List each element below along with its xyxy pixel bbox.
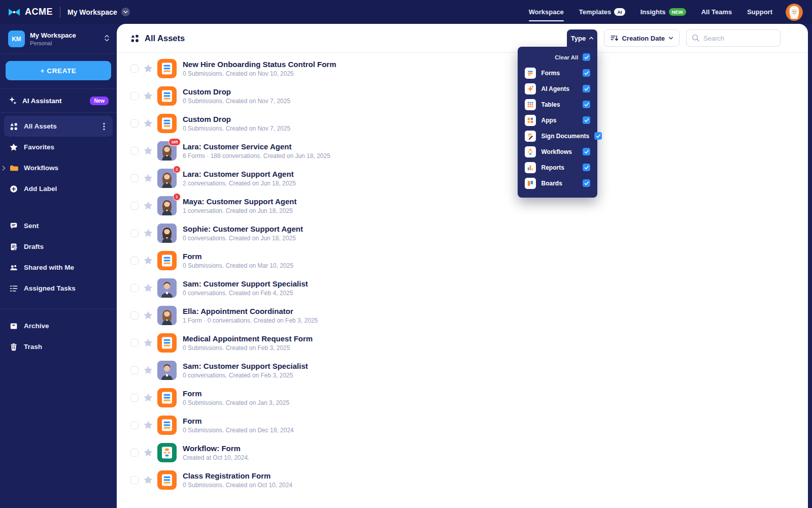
filter-option-checkbox[interactable] [583, 101, 590, 108]
favorite-star-icon[interactable] [143, 64, 153, 74]
filter-option-checkbox[interactable] [583, 164, 590, 171]
topnav-templates[interactable]: TemplatesAI [579, 0, 625, 24]
filter-option-checkbox[interactable] [583, 179, 590, 187]
favorite-star-icon[interactable] [143, 91, 153, 101]
row-checkbox[interactable] [130, 202, 139, 210]
row-checkbox[interactable] [130, 339, 139, 347]
search-input[interactable] [686, 29, 781, 47]
row-checkbox[interactable] [130, 257, 139, 265]
topnav-support[interactable]: Support [747, 0, 772, 24]
filter-option-ai-agents[interactable]: AI Agents [518, 81, 597, 97]
filter-option-reports[interactable]: Reports [518, 160, 597, 175]
filter-option-forms[interactable]: Forms [518, 65, 597, 81]
sidebar-item-add-label[interactable]: Add Label [4, 178, 113, 199]
sort-icon [610, 34, 618, 42]
favorite-star-icon[interactable] [143, 201, 153, 211]
asset-row[interactable]: Sam: Customer Support Specialist 0 conve… [117, 357, 808, 384]
favorite-star-icon[interactable] [143, 310, 153, 321]
favorite-star-icon[interactable] [143, 228, 153, 238]
asset-row[interactable]: Form 0 Submissions. Created on Dec 19, 2… [117, 411, 808, 439]
favorite-star-icon[interactable] [143, 420, 153, 430]
brand-logo[interactable]: ACME [8, 7, 53, 17]
row-checkbox[interactable] [130, 65, 139, 73]
filter-option-workflows[interactable]: Workflows [518, 144, 597, 160]
favorite-star-icon[interactable] [143, 475, 153, 485]
asset-row[interactable]: Custom Drop 0 Submissions. Created on No… [117, 110, 808, 137]
sidebar-item-drafts[interactable]: Drafts [4, 236, 113, 257]
asset-row[interactable]: Sam: Customer Support Specialist 0 conve… [117, 274, 808, 302]
topnav-all-teams[interactable]: All Teams [701, 0, 732, 24]
asset-subtitle: 0 Submissions. Created on Feb 3, 2025 [183, 344, 313, 352]
row-checkbox[interactable] [130, 476, 139, 484]
sidebar-item-favorites[interactable]: Favorites [4, 137, 113, 157]
favorite-star-icon[interactable] [143, 448, 153, 458]
asset-row[interactable]: 2 Lara: Customer Support Agent 2 convers… [117, 165, 808, 192]
filter-option-sign-documents[interactable]: Sign Documents [518, 128, 597, 144]
row-checkbox[interactable] [130, 229, 139, 237]
favorite-star-icon[interactable] [143, 118, 153, 129]
user-avatar[interactable] [786, 4, 803, 21]
filter-option-tables[interactable]: Tables [518, 97, 597, 112]
asset-row[interactable]: Workflow: Form Created at Oct 10, 2024. [117, 439, 808, 466]
row-checkbox[interactable] [130, 92, 139, 100]
row-checkbox[interactable] [130, 449, 139, 457]
chevron-right-icon[interactable] [2, 166, 6, 171]
favorite-star-icon[interactable] [143, 338, 153, 348]
asset-row[interactable]: Sophie: Customer Support Agent 0 convers… [117, 219, 808, 247]
ai-badge: AI [614, 8, 625, 16]
sidebar-item-archive[interactable]: Archive [4, 315, 113, 336]
favorite-star-icon[interactable] [143, 283, 153, 293]
row-checkbox[interactable] [130, 394, 139, 402]
create-button[interactable]: + CREATE [6, 61, 111, 80]
favorite-star-icon[interactable] [143, 393, 153, 403]
row-checkbox[interactable] [130, 147, 139, 155]
sidebar-item-sent[interactable]: Sent [4, 215, 113, 236]
acme-logo-icon [8, 7, 20, 17]
sidebar-item-workflows[interactable]: Workflows [4, 157, 113, 178]
asset-row[interactable]: New Hire Onboarding Status Control Form … [117, 55, 808, 82]
row-checkbox[interactable] [130, 366, 139, 374]
sidebar-item-ai-assistant[interactable]: AI Assistant New [0, 88, 117, 113]
workspace-switcher[interactable]: My Workspace [67, 8, 130, 16]
asset-row[interactable]: 185 Lara: Customer Service Agent 6 Forms… [117, 137, 808, 165]
favorite-star-icon[interactable] [143, 256, 153, 266]
row-checkbox[interactable] [130, 421, 139, 429]
asset-title: Maya: Customer Support Agent [183, 197, 296, 206]
filter-option-apps[interactable]: Apps [518, 112, 597, 128]
asset-row[interactable]: Form 0 Submissions. Created on Jan 3, 20… [117, 384, 808, 411]
favorite-star-icon[interactable] [143, 173, 153, 183]
asset-row[interactable]: Medical Appointment Request Form 0 Submi… [117, 329, 808, 357]
ai-assistant-label: AI Assistant [22, 97, 85, 105]
sidebar-item-label: Workflows [24, 164, 108, 172]
filter-option-checkbox[interactable] [583, 85, 590, 92]
sidebar-item-trash[interactable]: Trash [4, 336, 113, 357]
asset-row[interactable]: Class Registration Form 0 Submissions. C… [117, 466, 808, 494]
row-checkbox[interactable] [130, 284, 139, 292]
asset-row[interactable]: 1 Maya: Customer Support Agent 1 convers… [117, 192, 808, 219]
asset-row[interactable]: Custom Drop 0 Submissions. Created on No… [117, 82, 808, 110]
clear-all-option[interactable]: Clear All [518, 51, 597, 65]
sidebar-item-assigned-tasks[interactable]: Assigned Tasks [4, 278, 113, 299]
topnav-insights[interactable]: InsightsNEW [640, 0, 686, 24]
filter-option-checkbox[interactable] [583, 116, 590, 124]
kebab-menu-icon[interactable] [100, 122, 108, 131]
agent-avatar-female-4-icon [157, 306, 177, 325]
row-checkbox[interactable] [130, 311, 139, 320]
filter-option-boards[interactable]: Boards [518, 175, 597, 191]
sidebar-item-all-assets[interactable]: All Assets [4, 116, 113, 137]
asset-row[interactable]: Form 0 Submissions. Created on Mar 10, 2… [117, 247, 808, 274]
type-filter-button[interactable]: Type [567, 29, 597, 47]
filter-option-checkbox[interactable] [594, 132, 602, 140]
topnav-workspace[interactable]: Workspace [529, 0, 564, 24]
favorite-star-icon[interactable] [143, 146, 153, 156]
asset-row[interactable]: Ella: Appointment Coordinator 1 Form · 0… [117, 302, 808, 329]
filter-option-checkbox[interactable] [583, 148, 590, 155]
sidebar-item-shared-with-me[interactable]: Shared with Me [4, 257, 113, 278]
sort-button[interactable]: Creation Date [604, 29, 680, 47]
favorite-star-icon[interactable] [143, 365, 153, 375]
row-checkbox[interactable] [130, 174, 139, 182]
clear-all-checkbox[interactable] [583, 53, 590, 61]
sidebar-workspace-switcher[interactable]: KM My Workspace Personal [0, 24, 117, 54]
filter-option-checkbox[interactable] [583, 69, 590, 77]
row-checkbox[interactable] [130, 119, 139, 128]
